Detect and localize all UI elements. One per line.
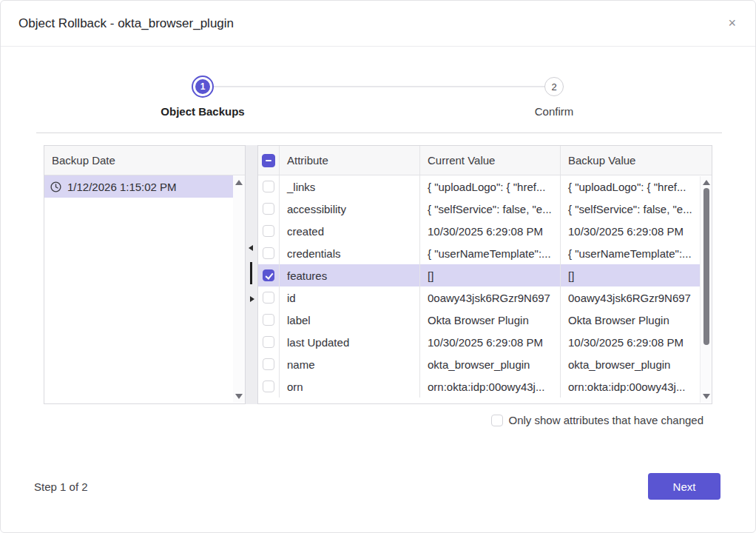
row-checkbox[interactable] <box>263 225 274 237</box>
current-value-cell: 10/30/2025 6:29:08 PM <box>419 331 560 353</box>
table-row: created10/30/2025 6:29:08 PM10/30/2025 6… <box>258 220 712 242</box>
attribute-cell: _links <box>279 175 419 198</box>
step-2-label: Confirm <box>535 105 574 118</box>
panel-splitter <box>246 145 257 404</box>
row-checkbox[interactable] <box>263 314 274 326</box>
next-button[interactable]: Next <box>648 473 720 500</box>
backup-date-panel: Backup Date 1/12/2026 1:15:02 PM <box>44 145 246 404</box>
backup-value-cell: 0oawy43jsk6RGzr9N697 <box>560 286 700 309</box>
backup-value-cell: { "userNameTemplate":... <box>560 242 700 264</box>
dialog-title-bar: Object Rollback - okta_browser_plugin × <box>1 1 755 47</box>
step-1-label: Object Backups <box>161 105 244 118</box>
backup-value-cell: { "selfService": false, "e... <box>560 198 700 220</box>
row-checkbox-cell <box>258 175 279 198</box>
select-all-checkbox[interactable] <box>262 154 275 167</box>
row-checkbox-cell <box>258 264 279 286</box>
backup-date-list: 1/12/2026 1:15:02 PM <box>44 175 245 198</box>
attribute-cell: name <box>279 353 419 375</box>
attribute-cell: features <box>279 264 419 286</box>
filter-row: Only show attributes that have changed <box>491 414 704 426</box>
backup-value-cell: okta_browser_plugin <box>560 353 700 375</box>
current-value-cell: { "userNameTemplate":... <box>419 242 560 264</box>
table-row: ornorn:okta:idp:00owy43j...orn:okta:idp:… <box>258 375 712 398</box>
scrollbar-thumb[interactable] <box>703 188 709 345</box>
attributes-table-header: Attribute Current Value Backup Value <box>258 146 712 175</box>
collapse-right-icon[interactable] <box>250 296 254 302</box>
table-row: labelOkta Browser PluginOkta Browser Plu… <box>258 309 712 331</box>
attribute-cell: credentials <box>279 242 419 264</box>
current-value-cell: Okta Browser Plugin <box>419 309 560 331</box>
row-checkbox[interactable] <box>263 181 274 192</box>
step-indicator: Step 1 of 2 <box>34 480 88 493</box>
column-header-attribute: Attribute <box>279 146 419 175</box>
step-1-number: 1 <box>195 79 210 94</box>
backup-value-cell: 10/30/2025 6:29:08 PM <box>560 220 700 242</box>
backup-value-cell: Okta Browser Plugin <box>560 309 700 331</box>
attributes-table-body: _links{ "uploadLogo": { "href...{ "uploa… <box>258 175 712 398</box>
current-value-cell: { "selfService": false, "e... <box>419 198 560 220</box>
attribute-cell: id <box>279 286 419 309</box>
collapse-left-icon[interactable] <box>249 245 253 251</box>
attribute-cell: created <box>279 220 419 242</box>
scroll-up-icon[interactable] <box>703 180 710 185</box>
table-row: accessibility{ "selfService": false, "e.… <box>258 198 712 220</box>
object-rollback-dialog: Object Rollback - okta_browser_plugin × … <box>0 0 756 533</box>
scroll-up-icon[interactable] <box>235 180 243 185</box>
clock-icon <box>50 181 61 192</box>
step-1-circle: 1 <box>192 76 214 98</box>
current-value-cell: orn:okta:idp:00owy43j... <box>419 375 560 398</box>
current-value-cell: okta_browser_plugin <box>419 353 560 375</box>
backup-value-cell: 10/30/2025 6:29:08 PM <box>560 331 700 353</box>
row-checkbox[interactable] <box>263 292 274 304</box>
backup-value-cell: { "uploadLogo": { "href... <box>560 175 700 198</box>
row-checkbox-cell <box>258 242 279 264</box>
current-value-cell: 0oawy43jsk6RGzr9N697 <box>419 286 560 309</box>
row-checkbox-cell <box>258 198 279 220</box>
column-header-backup-value: Backup Value <box>560 146 700 175</box>
step-2-number: 2 <box>551 81 556 93</box>
splitter-handle[interactable] <box>250 262 252 284</box>
table-row: id0oawy43jsk6RGzr9N6970oawy43jsk6RGzr9N6… <box>258 286 712 309</box>
backup-date-text: 1/12/2026 1:15:02 PM <box>67 181 177 193</box>
row-checkbox-cell <box>258 220 279 242</box>
table-row: features[][] <box>258 264 712 286</box>
table-row: _links{ "uploadLogo": { "href...{ "uploa… <box>258 175 712 198</box>
attribute-cell: last Updated <box>279 331 419 353</box>
row-checkbox-cell <box>258 331 279 353</box>
attribute-cell: accessibility <box>279 198 419 220</box>
stepper-connector <box>203 86 554 87</box>
select-all-cell <box>258 146 279 175</box>
column-header-current-value: Current Value <box>419 146 560 175</box>
current-value-cell: 10/30/2025 6:29:08 PM <box>419 220 560 242</box>
attribute-cell: label <box>279 309 419 331</box>
table-row: nameokta_browser_pluginokta_browser_plug… <box>258 353 712 375</box>
scroll-down-icon[interactable] <box>703 394 710 399</box>
backup-date-item[interactable]: 1/12/2026 1:15:02 PM <box>44 175 233 198</box>
row-checkbox-cell <box>258 309 279 331</box>
only-changed-label: Only show attributes that have changed <box>509 414 704 426</box>
dialog-title: Object Rollback - okta_browser_plugin <box>18 16 234 31</box>
table-scrollbar[interactable] <box>700 176 712 403</box>
row-checkbox[interactable] <box>263 381 274 392</box>
row-checkbox[interactable] <box>263 269 274 281</box>
close-icon[interactable]: × <box>728 16 736 30</box>
backup-value-cell: [] <box>560 264 700 286</box>
only-changed-checkbox[interactable] <box>491 415 503 426</box>
row-checkbox[interactable] <box>263 358 274 370</box>
row-checkbox-cell <box>258 353 279 375</box>
section-divider <box>36 133 722 133</box>
backup-date-header: Backup Date <box>44 146 245 175</box>
row-checkbox-cell <box>258 286 279 309</box>
current-value-cell: { "uploadLogo": { "href... <box>419 175 560 198</box>
table-row: credentials{ "userNameTemplate":...{ "us… <box>258 242 712 264</box>
row-checkbox[interactable] <box>263 247 274 259</box>
row-checkbox[interactable] <box>263 336 274 348</box>
row-checkbox-cell <box>258 375 279 398</box>
table-row: last Updated10/30/2025 6:29:08 PM10/30/2… <box>258 331 712 353</box>
backup-list-scrollbar[interactable] <box>233 176 245 403</box>
step-2-circle: 2 <box>544 77 564 96</box>
scroll-down-icon[interactable] <box>235 394 243 399</box>
backup-value-cell: orn:okta:idp:00owy43j... <box>560 375 700 398</box>
attribute-cell: orn <box>279 375 419 398</box>
row-checkbox[interactable] <box>263 203 274 215</box>
